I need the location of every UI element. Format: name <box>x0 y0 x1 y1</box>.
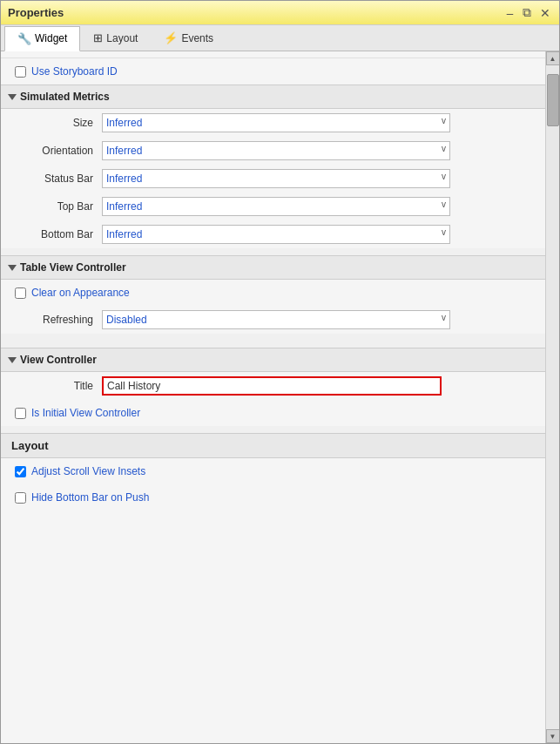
events-icon: ⚡ <box>164 31 178 44</box>
simulated-metrics-header: Simulated Metrics <box>1 85 545 109</box>
scrollbar-thumb[interactable] <box>547 74 559 126</box>
scroll-indicator <box>1 51 545 58</box>
title-label: Title <box>15 380 93 392</box>
bottom-bar-select-wrapper: Inferred <box>102 225 450 244</box>
storyboard-id-checkbox[interactable] <box>15 66 26 78</box>
layout-icon: ⊞ <box>93 31 103 44</box>
tab-events-label: Events <box>181 32 213 44</box>
adjust-scroll-row: Adjust Scroll View Insets <box>1 458 545 484</box>
separator-2 <box>1 334 545 341</box>
status-bar-select-wrapper: Inferred <box>102 169 450 188</box>
size-label: Size <box>15 117 93 129</box>
close-button[interactable]: ✕ <box>538 6 552 20</box>
scrollbar[interactable]: ▲ ▼ <box>545 51 559 743</box>
top-bar-field-row: Top Bar Inferred <box>1 193 545 220</box>
tab-widget-label: Widget <box>35 32 67 44</box>
content-area: Use Storyboard ID Simulated Metrics Size… <box>1 51 559 743</box>
title-bar: Properties ‒ ⧉ ✕ <box>1 1 559 25</box>
hide-bottom-bar-label[interactable]: Hide Bottom Bar on Push <box>31 491 149 504</box>
is-initial-vc-row: Is Initial View Controller <box>1 400 545 426</box>
refreshing-select[interactable]: Disabled <box>102 310 450 329</box>
wrench-icon: 🔧 <box>17 32 31 45</box>
top-bar-select-wrapper: Inferred <box>102 197 450 216</box>
refreshing-field-row: Refreshing Disabled <box>1 306 545 334</box>
scroll-up-button[interactable]: ▲ <box>546 51 560 65</box>
tab-events[interactable]: ⚡ Events <box>151 25 226 51</box>
tabs-bar: 🔧 Widget ⊞ Layout ⚡ Events <box>1 25 559 51</box>
table-view-controller-header: Table View Controller <box>1 255 545 280</box>
status-bar-select[interactable]: Inferred <box>102 169 450 188</box>
top-bar-select[interactable]: Inferred <box>102 197 450 216</box>
status-bar-label: Status Bar <box>15 172 93 185</box>
simulated-metrics-title: Simulated Metrics <box>20 91 110 103</box>
scroll-down-button[interactable]: ▼ <box>546 729 560 743</box>
separator-4 <box>1 426 545 433</box>
view-controller-header: View Controller <box>1 348 545 372</box>
refreshing-select-wrapper: Disabled <box>102 310 450 329</box>
orientation-select-wrapper: Inferred <box>102 141 450 160</box>
title-field-row: Title <box>1 372 545 400</box>
tab-layout[interactable]: ⊞ Layout <box>80 25 151 51</box>
layout-header: Layout <box>1 433 545 458</box>
tab-widget[interactable]: 🔧 Widget <box>4 26 80 51</box>
properties-window: Properties ‒ ⧉ ✕ 🔧 Widget ⊞ Layout ⚡ Eve… <box>0 0 560 744</box>
window-title: Properties <box>8 6 64 19</box>
pin-button[interactable]: ‒ <box>504 6 516 20</box>
storyboard-id-row: Use Storyboard ID <box>1 58 545 85</box>
hide-bottom-bar-row: Hide Bottom Bar on Push <box>1 484 545 511</box>
tab-layout-label: Layout <box>106 32 138 44</box>
scrollbar-track[interactable] <box>546 65 559 729</box>
dock-button[interactable]: ⧉ <box>521 5 533 20</box>
collapse-triangle-icon[interactable] <box>8 94 17 100</box>
collapse-triangle-icon-2[interactable] <box>8 265 17 271</box>
refreshing-label: Refreshing <box>15 314 93 326</box>
size-select[interactable]: Inferred <box>102 113 450 132</box>
hide-bottom-bar-checkbox[interactable] <box>15 492 26 504</box>
clear-on-appearance-row: Clear on Appearance <box>1 280 545 306</box>
table-view-controller-title: Table View Controller <box>20 261 126 274</box>
top-bar-label: Top Bar <box>15 200 93 213</box>
size-select-wrapper: Inferred <box>102 113 450 132</box>
size-field-row: Size Inferred <box>1 109 545 137</box>
orientation-field-row: Orientation Inferred <box>1 137 545 165</box>
separator-1 <box>1 248 545 255</box>
main-panel: Use Storyboard ID Simulated Metrics Size… <box>1 51 545 743</box>
bottom-bar-label: Bottom Bar <box>15 228 93 240</box>
orientation-label: Orientation <box>15 145 93 157</box>
bottom-bar-field-row: Bottom Bar Inferred <box>1 220 545 248</box>
is-initial-vc-checkbox[interactable] <box>15 408 26 419</box>
adjust-scroll-checkbox[interactable] <box>15 466 26 477</box>
clear-on-appearance-checkbox[interactable] <box>15 287 26 299</box>
clear-on-appearance-label[interactable]: Clear on Appearance <box>31 287 130 299</box>
view-controller-title: View Controller <box>20 354 97 366</box>
storyboard-id-label[interactable]: Use Storyboard ID <box>31 65 118 78</box>
title-bar-controls: ‒ ⧉ ✕ <box>504 5 552 20</box>
status-bar-field-row: Status Bar Inferred <box>1 165 545 193</box>
orientation-select[interactable]: Inferred <box>102 141 450 160</box>
is-initial-vc-label[interactable]: Is Initial View Controller <box>31 407 140 419</box>
separator-3 <box>1 341 545 348</box>
title-input[interactable] <box>102 376 442 396</box>
bottom-bar-select[interactable]: Inferred <box>102 225 450 244</box>
layout-title: Layout <box>8 439 49 452</box>
adjust-scroll-label[interactable]: Adjust Scroll View Insets <box>31 465 145 477</box>
collapse-triangle-icon-3[interactable] <box>8 357 17 363</box>
